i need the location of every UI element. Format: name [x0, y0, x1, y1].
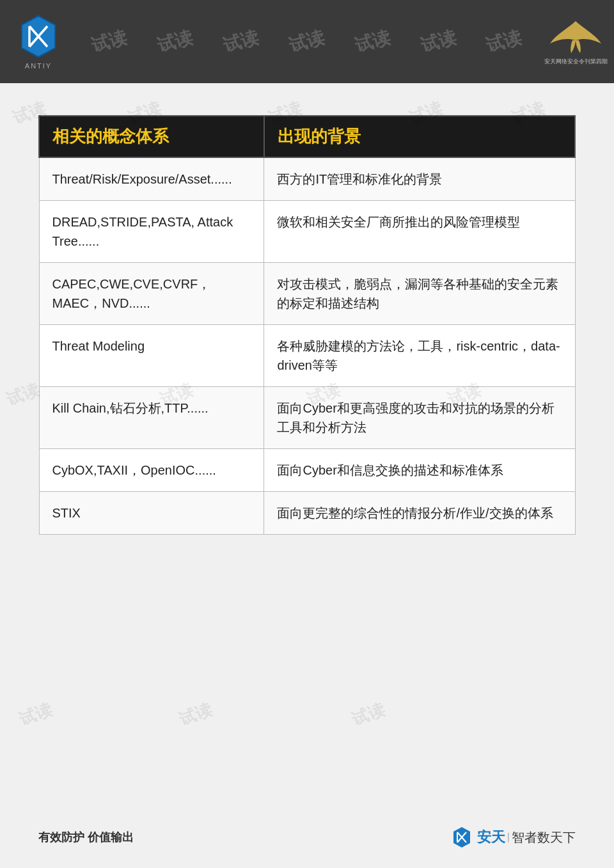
table-row: Threat/Risk/Exposure/Asset......西方的IT管理和…: [39, 157, 575, 201]
table-cell-right: 对攻击模式，脆弱点，漏洞等各种基础的安全元素的标定和描述结构: [264, 263, 575, 325]
header: ANTIY 试读 试读 试读 试读 试读 试读 试读 安天网络安全令刊第四期: [0, 0, 614, 83]
header-right-logo: 安天网络安全令刊第四期: [537, 10, 614, 74]
table-row: STIX面向更完整的综合性的情报分析/作业/交换的体系: [39, 492, 575, 535]
header-wm-2: 试读: [155, 25, 196, 58]
logo-text: ANTIY: [25, 62, 52, 70]
main-content: 相关的概念体系 出现的背景 Threat/Risk/Exposure/Asset…: [0, 83, 614, 560]
header-wm-7: 试读: [484, 25, 525, 58]
body-wm-11: 试读: [177, 698, 216, 731]
col2-header: 出现的背景: [264, 116, 575, 157]
header-watermark-area: 试读 试读 试读 试读 试读 试读 试读: [77, 0, 537, 83]
header-wm-5: 试读: [352, 25, 393, 58]
right-brand-icon: [547, 18, 604, 56]
table-row: DREAD,STRIDE,PASTA, Attack Tree......微软和…: [39, 201, 575, 263]
antiy-logo-icon: [15, 13, 61, 59]
table-cell-left: CAPEC,CWE,CVE,CVRF，MAEC，NVD......: [39, 263, 264, 325]
table-cell-right: 面向更完整的综合性的情报分析/作业/交换的体系: [264, 492, 575, 535]
table-row: Threat Modeling各种威胁建模的方法论，工具，risk-centri…: [39, 325, 575, 387]
table-cell-right: 西方的IT管理和标准化的背景: [264, 157, 575, 201]
footer-right: 安天 | 智者数天下: [450, 826, 576, 849]
header-wm-3: 试读: [221, 25, 262, 58]
table-row: Kill Chain,钻石分析,TTP......面向Cyber和更高强度的攻击…: [39, 387, 575, 449]
header-wm-4: 试读: [287, 25, 327, 58]
footer-left-text: 有效防护 价值输出: [38, 830, 134, 845]
footer-logo-icon: [450, 826, 473, 849]
logo-area: ANTIY: [0, 0, 77, 83]
table-cell-left: Kill Chain,钻石分析,TTP......: [39, 387, 264, 449]
table-row: CybOX,TAXII，OpenIOC......面向Cyber和信息交换的描述…: [39, 449, 575, 492]
table-cell-right: 面向Cyber和信息交换的描述和标准体系: [264, 449, 575, 492]
table-cell-left: CybOX,TAXII，OpenIOC......: [39, 449, 264, 492]
right-logo-subtitle: 安天网络安全令刊第四期: [544, 58, 608, 66]
concept-table: 相关的概念体系 出现的背景 Threat/Risk/Exposure/Asset…: [38, 115, 576, 535]
body-wm-12: 试读: [349, 698, 388, 731]
table-cell-right: 微软和相关安全厂商所推出的风险管理模型: [264, 201, 575, 263]
table-row: CAPEC,CWE,CVE,CVRF，MAEC，NVD......对攻击模式，脆…: [39, 263, 575, 325]
table-cell-left: Threat Modeling: [39, 325, 264, 387]
header-wm-6: 试读: [418, 25, 459, 58]
header-wm-1: 试读: [89, 25, 130, 58]
footer-brand-divider: |: [507, 832, 510, 843]
col1-header: 相关的概念体系: [39, 116, 264, 157]
table-cell-right: 各种威胁建模的方法论，工具，risk-centric，data-driven等等: [264, 325, 575, 387]
table-cell-left: Threat/Risk/Exposure/Asset......: [39, 157, 264, 201]
footer-brand-left: 安天: [477, 828, 505, 847]
table-cell-left: STIX: [39, 492, 264, 535]
footer: 有效防护 价值输出 安天 | 智者数天下: [0, 826, 614, 849]
table-cell-right: 面向Cyber和更高强度的攻击和对抗的场景的分析工具和分析方法: [264, 387, 575, 449]
footer-brand-right: 智者数天下: [512, 829, 576, 846]
body-wm-10: 试读: [17, 698, 56, 731]
table-cell-left: DREAD,STRIDE,PASTA, Attack Tree......: [39, 201, 264, 263]
